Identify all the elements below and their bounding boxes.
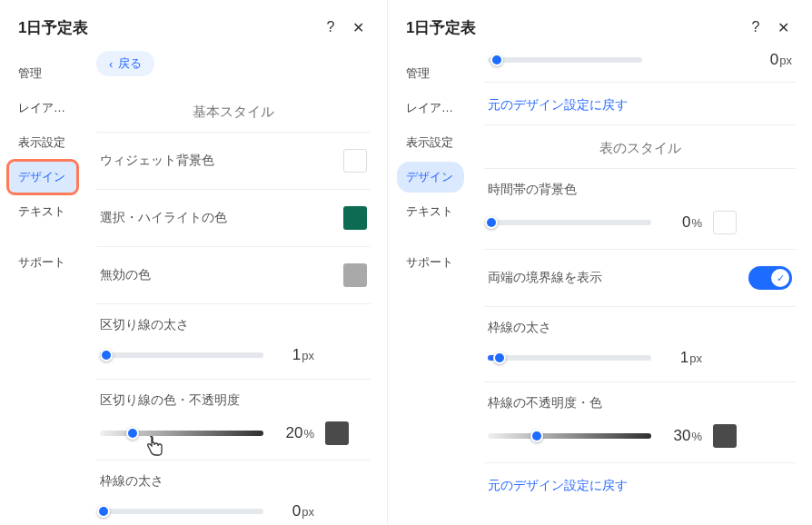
value-divider-thickness: 1px (274, 346, 314, 364)
sidebar-item-manage[interactable]: 管理 (397, 58, 464, 89)
row-widget-bg: ウィジェット背景色 (96, 133, 371, 190)
section-header: 基本スタイル (96, 89, 371, 133)
label-border-thickness: 枠線の太さ (100, 473, 367, 490)
panel-title: 1日予定表 (18, 17, 314, 38)
group-divider-thickness: 区切り線の太さ 1px (96, 304, 371, 380)
group-border-thickness: 枠線の太さ 0px (96, 461, 371, 525)
check-icon: ✓ (771, 269, 789, 287)
swatch-timeband-bg[interactable] (713, 211, 737, 234)
label-side-borders: 両端の境界線を表示 (488, 270, 602, 286)
panel-header: 1日予定表 ? ✕ (388, 0, 812, 51)
sidebar-item-design[interactable]: デザイン (397, 162, 464, 193)
row-side-borders: 両端の境界線を表示 ✓ (484, 250, 796, 307)
swatch-divider-opacity[interactable] (325, 421, 349, 445)
value-border-opacity: 30% (662, 427, 702, 445)
sidebar-item-design[interactable]: デザイン (9, 162, 76, 193)
group-divider-opacity: 区切り線の色・不透明度 20% (96, 380, 371, 461)
sidebar-item-layout[interactable]: レイア… (397, 93, 464, 124)
sidebar-item-support[interactable]: サポート (9, 247, 76, 278)
reset-link-bottom[interactable]: 元のデザイン設定に戻す (484, 462, 796, 505)
group-border-opacity: 枠線の不透明度・色 30% (484, 382, 796, 462)
label-border-thickness: 枠線の太さ (488, 320, 792, 336)
swatch-disabled[interactable] (343, 263, 367, 287)
sidebar: 管理 レイア… 表示設定 デザイン テキスト サポート (388, 51, 471, 525)
label-highlight: 選択・ハイライトの色 (100, 210, 227, 226)
label-border-opacity: 枠線の不透明度・色 (488, 395, 792, 411)
chevron-left-icon: ‹ (109, 57, 113, 71)
value-timeband-bg: 0% (662, 213, 702, 232)
sidebar-item-display[interactable]: 表示設定 (9, 127, 76, 158)
peek-slider-row: 0px (484, 51, 796, 83)
group-timeband-bg: 時間帯の背景色 0% (484, 169, 796, 250)
close-icon[interactable]: ✕ (347, 16, 369, 38)
panel-title: 1日予定表 (406, 17, 739, 38)
slider-peek[interactable] (488, 57, 642, 63)
value-border-thickness: 1px (662, 349, 702, 367)
sidebar-item-text[interactable]: テキスト (9, 196, 76, 227)
label-widget-bg: ウィジェット背景色 (100, 153, 214, 169)
content-area: ‹ 戻る 基本スタイル ウィジェット背景色 選択・ハイライトの色 無効の色 区切… (84, 51, 387, 525)
slider-divider-opacity[interactable] (100, 431, 263, 436)
close-icon[interactable]: ✕ (772, 16, 794, 38)
content-area: 0px 元のデザイン設定に戻す 表のスタイル 時間帯の背景色 0% (471, 51, 812, 525)
label-divider-opacity: 区切り線の色・不透明度 (100, 392, 367, 409)
label-timeband-bg: 時間帯の背景色 (488, 182, 792, 198)
back-label: 戻る (118, 55, 142, 72)
swatch-highlight[interactable] (343, 206, 367, 230)
toggle-side-borders[interactable]: ✓ (748, 266, 792, 290)
sidebar: 管理 レイア… 表示設定 デザイン テキスト サポート (0, 51, 84, 525)
group-border-thickness: 枠線の太さ 1px (484, 307, 796, 382)
sidebar-item-support[interactable]: サポート (397, 247, 464, 278)
slider-divider-thickness[interactable] (100, 352, 263, 358)
back-button[interactable]: ‹ 戻る (96, 51, 154, 76)
panel-header: 1日予定表 ? ✕ (0, 0, 387, 51)
slider-border-opacity[interactable] (488, 433, 651, 439)
row-highlight: 選択・ハイライトの色 (96, 190, 371, 247)
settings-panel-left: 1日予定表 ? ✕ 管理 レイア… 表示設定 デザイン テキスト サポート ‹ … (0, 0, 388, 525)
slider-timeband-bg[interactable] (488, 220, 651, 225)
sidebar-item-layout[interactable]: レイア… (9, 93, 76, 124)
value-border-thickness: 0px (274, 502, 314, 520)
label-disabled: 無効の色 (100, 267, 151, 283)
reset-link-top[interactable]: 元のデザイン設定に戻す (484, 83, 796, 125)
sidebar-item-display[interactable]: 表示設定 (397, 127, 464, 158)
slider-border-thickness[interactable] (100, 509, 263, 514)
value-peek: 0px (752, 51, 792, 69)
section-header: 表のスタイル (484, 125, 796, 169)
sidebar-item-text[interactable]: テキスト (397, 196, 464, 227)
swatch-widget-bg[interactable] (343, 149, 367, 173)
swatch-border-opacity[interactable] (713, 424, 737, 448)
sidebar-item-manage[interactable]: 管理 (9, 58, 76, 89)
help-icon[interactable]: ? (320, 16, 342, 38)
slider-border-thickness[interactable] (488, 355, 651, 361)
row-disabled: 無効の色 (96, 247, 371, 304)
label-divider-thickness: 区切り線の太さ (100, 317, 367, 333)
settings-panel-right: 1日予定表 ? ✕ 管理 レイア… 表示設定 デザイン テキスト サポート 0p… (388, 0, 812, 525)
value-divider-opacity: 20% (274, 424, 314, 442)
help-icon[interactable]: ? (745, 16, 767, 38)
